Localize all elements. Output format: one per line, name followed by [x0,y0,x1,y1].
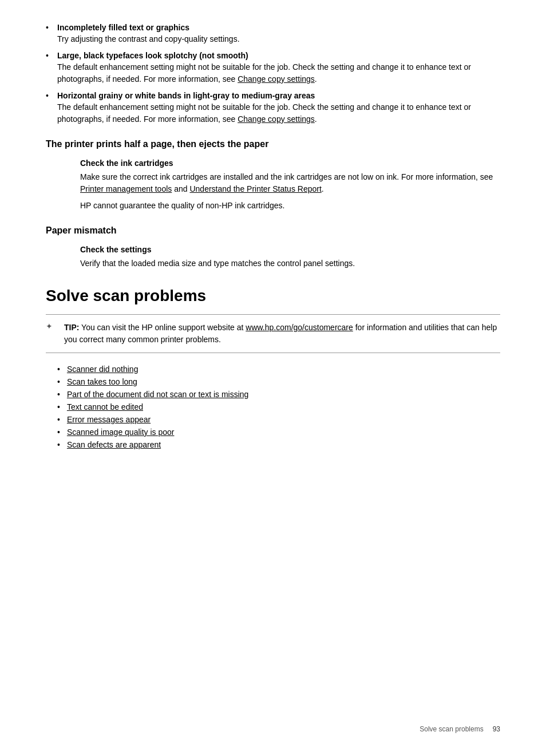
list-item-text-cannot-be-edited: Text cannot be edited [57,402,500,411]
bullet-title-incompletely: Incompletely filled text or graphics [57,23,500,32]
bullet-title-horizontal: Horizontal grainy or white bands in ligh… [57,91,500,100]
change-copy-settings-link-1[interactable]: Change copy settings [238,74,315,84]
list-item-error-messages: Error messages appear [57,415,500,424]
check-settings-body: Verify that the loaded media size and ty… [80,258,500,270]
bullet-item-incompletely: • Incompletely filled text or graphics T… [46,23,500,45]
error-messages-link[interactable]: Error messages appear [67,415,151,424]
bullet-dot: • [46,23,57,32]
tip-box: ✦ TIP: You can visit the HP online suppo… [46,314,500,353]
bullet-content-3: Horizontal grainy or white bands in ligh… [57,91,500,125]
bullet-body-large: The default enhancement setting might no… [57,61,500,85]
change-copy-settings-link-2[interactable]: Change copy settings [238,114,315,124]
bullet-content: Incompletely filled text or graphics Try… [57,23,500,45]
list-item-scanner-did-nothing: Scanner did nothing [57,365,500,374]
bullet-body-incompletely: Try adjusting the contrast and copy-qual… [57,33,500,45]
check-ink-cartridges-heading: Check the ink cartridges [80,159,500,168]
list-item-scan-defects: Scan defects are apparent [57,440,500,449]
tip-icon: ✦ [46,322,60,331]
paper-mismatch-heading: Paper mismatch [46,225,500,236]
section-half-page-heading: The printer prints half a page, then eje… [46,139,500,149]
printer-management-tools-link[interactable]: Printer management tools [80,184,172,193]
list-item-part-of-document: Part of the document did not scan or tex… [57,390,500,399]
solve-scan-problems-heading: Solve scan problems [46,287,500,305]
scan-defects-link[interactable]: Scan defects are apparent [67,440,161,449]
footer-label: Solve scan problems [420,725,483,733]
tip-label: TIP: [64,323,79,332]
scan-problem-links-list: Scanner did nothing Scan takes too long … [57,365,500,449]
scanner-did-nothing-link[interactable]: Scanner did nothing [67,365,139,374]
list-item-scanned-image-quality: Scanned image quality is poor [57,428,500,437]
bullet-item-horizontal: • Horizontal grainy or white bands in li… [46,91,500,125]
bullet-dot-2: • [46,51,57,60]
tip-content: TIP: You can visit the HP online support… [64,322,500,346]
page-footer: Solve scan problems 93 [420,725,500,733]
bullet-title-large: Large, black typefaces look splotchy (no… [57,51,500,60]
part-of-document-link[interactable]: Part of the document did not scan or tex… [67,390,249,399]
bullet-content-2: Large, black typefaces look splotchy (no… [57,51,500,85]
hp-guarantee-text: HP cannot guarantee the quality of non-H… [80,200,500,212]
list-item-scan-takes-too-long: Scan takes too long [57,377,500,386]
hp-support-link[interactable]: www.hp.com/go/customercare [246,323,353,332]
bullet-dot-3: • [46,91,57,100]
scan-takes-too-long-link[interactable]: Scan takes too long [67,377,137,386]
text-cannot-be-edited-link[interactable]: Text cannot be edited [67,402,143,411]
understand-printer-status-link[interactable]: Understand the Printer Status Report [189,184,321,193]
bullet-item-large: • Large, black typefaces look splotchy (… [46,51,500,85]
footer-page-number: 93 [493,725,500,733]
scanned-image-quality-link[interactable]: Scanned image quality is poor [67,428,175,437]
check-settings-heading: Check the settings [80,245,500,254]
bullet-body-horizontal: The default enhancement setting might no… [57,101,500,125]
check-ink-cartridges-body: Make sure the correct ink cartridges are… [80,171,500,195]
